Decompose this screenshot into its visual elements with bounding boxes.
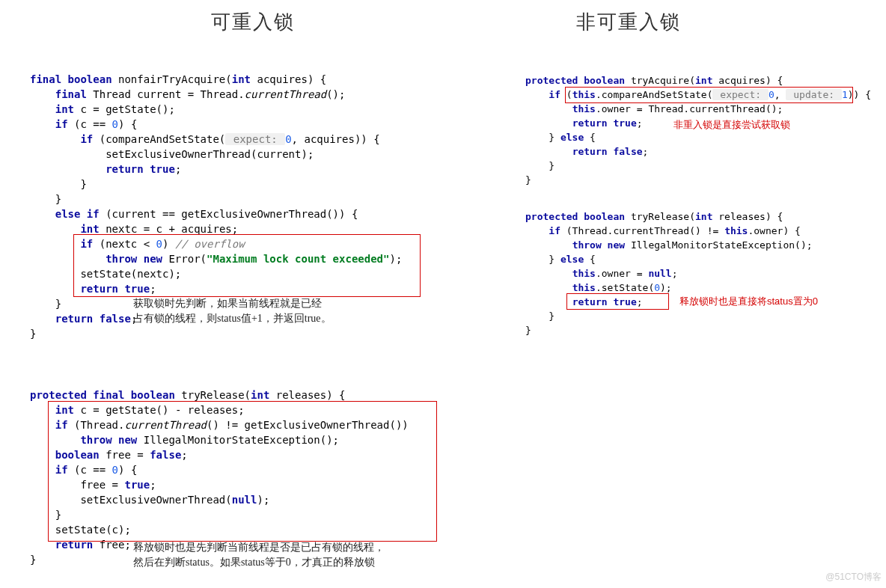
watermark: @51CTO博客 [825, 571, 882, 584]
title-right: 非可重入锁 [576, 9, 681, 35]
anno-right-1: 非重入锁是直接尝试获取锁 [673, 118, 790, 132]
anno-right-2: 释放锁时也是直接将status置为0 [679, 295, 818, 308]
code-right-release: protected boolean tryRelease(int release… [525, 209, 813, 337]
anno-left-1: 获取锁时先判断，如果当前线程就是已经 占有锁的线程，则status值+1，并返回… [133, 296, 332, 326]
anno-left-2: 释放锁时也是先判断当前线程是否是已占有锁的线程， 然后在判断status。如果s… [133, 540, 385, 570]
title-left: 可重入锁 [211, 9, 295, 35]
